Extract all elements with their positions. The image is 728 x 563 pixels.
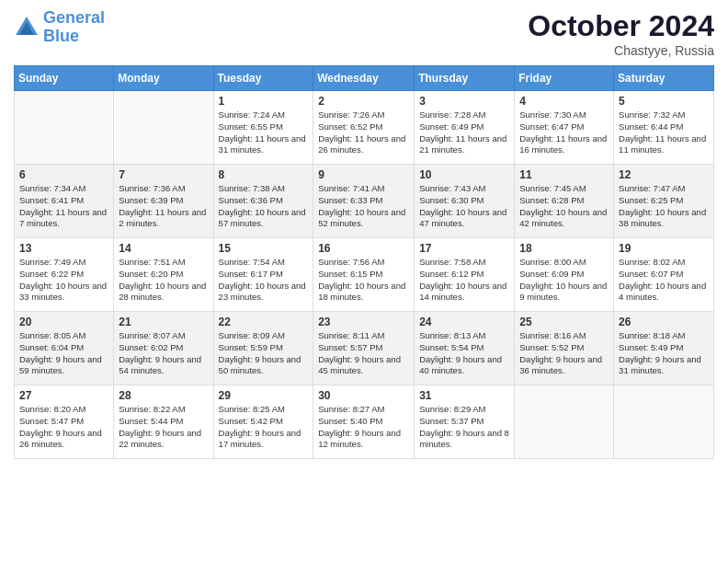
day-info: Sunrise: 7:26 AMSunset: 6:52 PMDaylight:… [318, 109, 409, 156]
day-number: 10 [419, 168, 509, 181]
logo-text: General [43, 9, 105, 28]
calendar-cell: 19Sunrise: 8:02 AMSunset: 6:07 PMDayligh… [614, 238, 714, 312]
day-number: 8 [219, 168, 309, 181]
calendar-header-tuesday: Tuesday [213, 66, 313, 91]
day-number: 2 [318, 95, 409, 108]
day-info: Sunrise: 7:34 AMSunset: 6:41 PMDaylight:… [19, 183, 108, 230]
logo-icon [14, 15, 40, 40]
calendar-cell: 31Sunrise: 8:29 AMSunset: 5:37 PMDayligh… [415, 385, 515, 459]
day-info: Sunrise: 8:20 AMSunset: 5:47 PMDaylight:… [19, 404, 108, 451]
day-number: 23 [318, 316, 409, 328]
day-number: 15 [219, 242, 309, 255]
calendar-cell: 17Sunrise: 7:58 AMSunset: 6:12 PMDayligh… [415, 238, 515, 312]
day-info: Sunrise: 7:56 AMSunset: 6:15 PMDaylight:… [318, 257, 409, 304]
calendar-cell: 28Sunrise: 8:22 AMSunset: 5:44 PMDayligh… [114, 385, 213, 459]
day-number: 12 [619, 168, 709, 181]
calendar-header-sunday: Sunday [15, 66, 114, 91]
day-number: 24 [419, 316, 509, 328]
day-number: 26 [619, 316, 709, 328]
calendar-cell: 1Sunrise: 7:24 AMSunset: 6:55 PMDaylight… [213, 91, 313, 165]
day-info: Sunrise: 7:45 AMSunset: 6:28 PMDaylight:… [519, 183, 609, 230]
calendar-cell: 21Sunrise: 8:07 AMSunset: 6:02 PMDayligh… [114, 312, 213, 385]
calendar-cell: 29Sunrise: 8:25 AMSunset: 5:42 PMDayligh… [213, 385, 313, 459]
day-info: Sunrise: 8:18 AMSunset: 5:49 PMDaylight:… [619, 330, 709, 377]
calendar-cell: 7Sunrise: 7:36 AMSunset: 6:39 PMDaylight… [114, 165, 213, 238]
calendar-cell: 14Sunrise: 7:51 AMSunset: 6:20 PMDayligh… [114, 238, 213, 312]
day-number: 30 [318, 389, 409, 402]
calendar-cell: 26Sunrise: 8:18 AMSunset: 5:49 PMDayligh… [614, 312, 714, 385]
day-info: Sunrise: 7:43 AMSunset: 6:30 PMDaylight:… [419, 183, 509, 230]
calendar-cell: 5Sunrise: 7:32 AMSunset: 6:44 PMDaylight… [614, 91, 714, 165]
page-container: General Blue October 2024 Chastyye, Russ… [0, 0, 728, 468]
calendar-week-3: 13Sunrise: 7:49 AMSunset: 6:22 PMDayligh… [15, 238, 714, 312]
calendar-cell: 13Sunrise: 7:49 AMSunset: 6:22 PMDayligh… [15, 238, 114, 312]
calendar-cell: 2Sunrise: 7:26 AMSunset: 6:52 PMDaylight… [313, 91, 415, 165]
day-info: Sunrise: 7:41 AMSunset: 6:33 PMDaylight:… [318, 183, 409, 230]
day-info: Sunrise: 8:05 AMSunset: 6:04 PMDaylight:… [19, 330, 108, 377]
calendar-cell: 12Sunrise: 7:47 AMSunset: 6:25 PMDayligh… [614, 165, 714, 238]
calendar-header-friday: Friday [515, 66, 614, 91]
calendar-cell: 11Sunrise: 7:45 AMSunset: 6:28 PMDayligh… [515, 165, 614, 238]
day-info: Sunrise: 8:29 AMSunset: 5:37 PMDaylight:… [419, 404, 509, 451]
calendar-header-wednesday: Wednesday [313, 66, 415, 91]
day-info: Sunrise: 8:11 AMSunset: 5:57 PMDaylight:… [318, 330, 409, 377]
calendar-week-4: 20Sunrise: 8:05 AMSunset: 6:04 PMDayligh… [15, 312, 714, 385]
day-number: 21 [119, 316, 208, 328]
day-info: Sunrise: 8:13 AMSunset: 5:54 PMDaylight:… [419, 330, 509, 377]
calendar-cell: 15Sunrise: 7:54 AMSunset: 6:17 PMDayligh… [213, 238, 313, 312]
calendar-cell: 6Sunrise: 7:34 AMSunset: 6:41 PMDaylight… [15, 165, 114, 238]
day-number: 22 [219, 316, 309, 328]
calendar-cell [614, 385, 714, 459]
calendar-cell: 3Sunrise: 7:28 AMSunset: 6:49 PMDaylight… [415, 91, 515, 165]
day-number: 31 [419, 389, 509, 402]
day-info: Sunrise: 7:30 AMSunset: 6:47 PMDaylight:… [519, 109, 609, 156]
logo: General Blue [14, 9, 105, 46]
day-info: Sunrise: 8:09 AMSunset: 5:59 PMDaylight:… [219, 330, 309, 377]
logo-text2: Blue [43, 28, 105, 46]
calendar-cell: 8Sunrise: 7:38 AMSunset: 6:36 PMDaylight… [213, 165, 313, 238]
day-number: 4 [519, 95, 609, 108]
calendar-week-2: 6Sunrise: 7:34 AMSunset: 6:41 PMDaylight… [15, 165, 714, 238]
calendar-cell: 24Sunrise: 8:13 AMSunset: 5:54 PMDayligh… [415, 312, 515, 385]
calendar-header-thursday: Thursday [415, 66, 515, 91]
day-info: Sunrise: 7:47 AMSunset: 6:25 PMDaylight:… [619, 183, 709, 230]
day-number: 16 [318, 242, 409, 255]
day-number: 29 [219, 389, 309, 402]
day-number: 17 [419, 242, 509, 255]
day-info: Sunrise: 7:49 AMSunset: 6:22 PMDaylight:… [19, 257, 108, 304]
calendar-header-monday: Monday [114, 66, 213, 91]
day-number: 7 [119, 168, 208, 181]
day-number: 1 [219, 95, 309, 108]
day-info: Sunrise: 8:27 AMSunset: 5:40 PMDaylight:… [318, 404, 409, 451]
calendar-cell: 10Sunrise: 7:43 AMSunset: 6:30 PMDayligh… [415, 165, 515, 238]
day-number: 20 [19, 316, 108, 328]
calendar-cell: 30Sunrise: 8:27 AMSunset: 5:40 PMDayligh… [313, 385, 415, 459]
title-block: October 2024 Chastyye, Russia [528, 9, 714, 58]
day-number: 14 [119, 242, 208, 255]
month-title: October 2024 [528, 9, 714, 43]
calendar-cell: 27Sunrise: 8:20 AMSunset: 5:47 PMDayligh… [15, 385, 114, 459]
calendar-week-1: 1Sunrise: 7:24 AMSunset: 6:55 PMDaylight… [15, 91, 714, 165]
calendar-header-row: SundayMondayTuesdayWednesdayThursdayFrid… [15, 66, 714, 91]
calendar-week-5: 27Sunrise: 8:20 AMSunset: 5:47 PMDayligh… [15, 385, 714, 459]
day-info: Sunrise: 7:36 AMSunset: 6:39 PMDaylight:… [119, 183, 208, 230]
calendar-table: SundayMondayTuesdayWednesdayThursdayFrid… [14, 65, 714, 459]
calendar-cell: 9Sunrise: 7:41 AMSunset: 6:33 PMDaylight… [313, 165, 415, 238]
day-info: Sunrise: 8:16 AMSunset: 5:52 PMDaylight:… [519, 330, 609, 377]
calendar-cell: 22Sunrise: 8:09 AMSunset: 5:59 PMDayligh… [213, 312, 313, 385]
day-number: 5 [619, 95, 709, 108]
calendar-cell: 25Sunrise: 8:16 AMSunset: 5:52 PMDayligh… [515, 312, 614, 385]
header: General Blue October 2024 Chastyye, Russ… [14, 9, 714, 58]
day-number: 18 [519, 242, 609, 255]
day-info: Sunrise: 7:28 AMSunset: 6:49 PMDaylight:… [419, 109, 509, 156]
calendar-cell [515, 385, 614, 459]
day-info: Sunrise: 7:54 AMSunset: 6:17 PMDaylight:… [219, 257, 309, 304]
day-info: Sunrise: 7:24 AMSunset: 6:55 PMDaylight:… [219, 109, 309, 156]
calendar-header-saturday: Saturday [614, 66, 714, 91]
day-info: Sunrise: 8:07 AMSunset: 6:02 PMDaylight:… [119, 330, 208, 377]
day-number: 9 [318, 168, 409, 181]
day-number: 3 [419, 95, 509, 108]
day-info: Sunrise: 8:25 AMSunset: 5:42 PMDaylight:… [219, 404, 309, 451]
day-number: 28 [119, 389, 208, 402]
day-info: Sunrise: 8:22 AMSunset: 5:44 PMDaylight:… [119, 404, 208, 451]
